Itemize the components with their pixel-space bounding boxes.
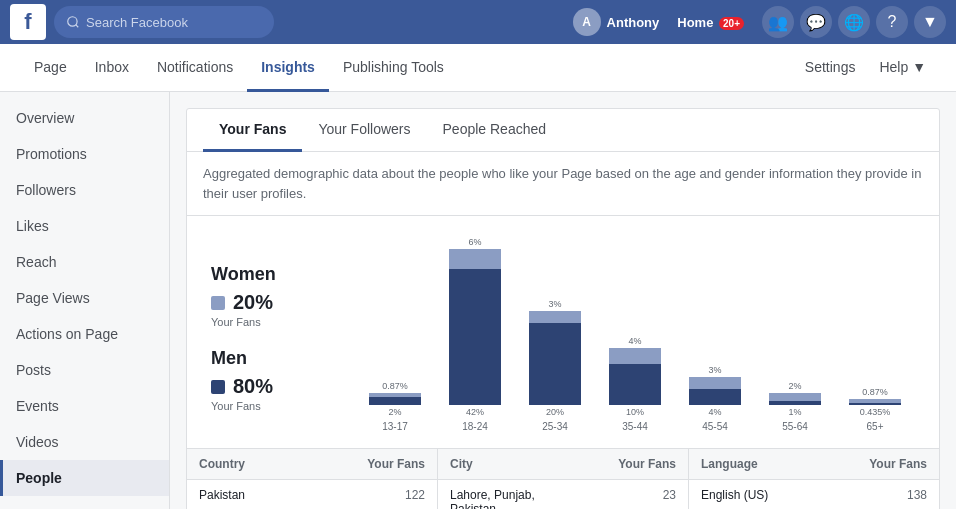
insights-card: Your Fans Your Followers People Reached … (186, 108, 940, 509)
svg-point-0 (68, 17, 77, 26)
chart-area: Women 20% Your Fans Men 80% (187, 216, 939, 432)
men-bar (849, 403, 901, 405)
women-bar-label: 3% (548, 299, 561, 309)
table-row: Lahore, Punjab, Pakistan 23 (438, 480, 688, 509)
men-legend: Men 80% Your Fans (211, 348, 331, 412)
help-icon[interactable]: ? (876, 6, 908, 38)
women-bar-label: 6% (468, 237, 481, 247)
women-fans-label: Your Fans (211, 316, 331, 328)
sidebar-item-followers[interactable]: Followers (0, 172, 169, 208)
sidebar-item-events[interactable]: Events (0, 388, 169, 424)
bar-group-45-54: 3% 4% 45-54 (675, 232, 755, 432)
women-bar (609, 348, 661, 364)
bar-group-18-24: 6% 42% 18-24 (435, 232, 515, 432)
age-range-label: 25-34 (542, 421, 568, 432)
men-bar (689, 389, 741, 405)
content-area: Your Fans Your Followers People Reached … (170, 92, 956, 509)
table-panel-country: Country Your Fans Pakistan 122 United St… (187, 449, 438, 509)
age-range-label: 55-64 (782, 421, 808, 432)
bar-group-25-34: 3% 20% 25-34 (515, 232, 595, 432)
tab-your-fans[interactable]: Your Fans (203, 109, 302, 152)
description-text: Aggregated demographic data about the pe… (187, 152, 939, 216)
table-cell-value: 138 (814, 488, 927, 502)
table-cell-value: 23 (563, 488, 676, 509)
sidebar-item-page-views[interactable]: Page Views (0, 280, 169, 316)
women-legend: Women 20% Your Fans (211, 264, 331, 328)
bar-group-55-64: 2% 1% 55-64 (755, 232, 835, 432)
top-nav: f A Anthony Home 20+ 👥 💬 🌐 ? ▼ (0, 0, 956, 44)
table-header: City Your Fans (438, 449, 688, 480)
table-col-2: Your Fans (563, 457, 676, 471)
women-label: Women (211, 264, 331, 285)
facebook-logo: f (10, 4, 46, 40)
table-col-1: Country (199, 457, 312, 471)
page-nav-help[interactable]: Help ▼ (869, 45, 936, 92)
women-bar-label: 0.87% (862, 387, 888, 397)
men-bar (449, 269, 501, 405)
men-swatch (211, 380, 225, 394)
table-cell-name: Lahore, Punjab, Pakistan (450, 488, 563, 509)
men-bar-label: 0.435% (860, 407, 891, 417)
search-input[interactable] (86, 15, 262, 30)
women-bar-label: 4% (628, 336, 641, 346)
sidebar-item-overview[interactable]: Overview (0, 100, 169, 136)
men-bar-label: 10% (626, 407, 644, 417)
home-link[interactable]: Home 20+ (677, 15, 744, 30)
women-bar (449, 249, 501, 269)
table-cell-value: 122 (312, 488, 425, 502)
svg-line-1 (76, 25, 79, 28)
sidebar-item-videos[interactable]: Videos (0, 424, 169, 460)
table-header: Country Your Fans (187, 449, 437, 480)
sidebar-item-likes[interactable]: Likes (0, 208, 169, 244)
sidebar-item-people[interactable]: People (0, 460, 169, 496)
age-range-label: 45-54 (702, 421, 728, 432)
avatar: A (573, 8, 601, 36)
tab-your-followers[interactable]: Your Followers (302, 109, 426, 152)
men-bar-label: 1% (788, 407, 801, 417)
sidebar-item-actions-on-page[interactable]: Actions on Page (0, 316, 169, 352)
search-icon (66, 15, 80, 29)
page-nav-settings[interactable]: Settings (795, 45, 866, 92)
table-cell-name: Pakistan (199, 488, 312, 502)
chart-wrapper: Women 20% Your Fans Men 80% (211, 232, 915, 432)
men-bar-label: 42% (466, 407, 484, 417)
sidebar-item-messages[interactable]: Messages (0, 496, 169, 509)
page-nav-notifications[interactable]: Notifications (143, 45, 247, 92)
table-cell-name: English (US) (701, 488, 814, 502)
men-bar-label: 2% (388, 407, 401, 417)
tab-people-reached[interactable]: People Reached (427, 109, 563, 152)
search-bar[interactable] (54, 6, 274, 38)
globe-icon[interactable]: 🌐 (838, 6, 870, 38)
age-range-label: 65+ (867, 421, 884, 432)
username: Anthony (607, 15, 660, 30)
chevron-down-icon[interactable]: ▼ (914, 6, 946, 38)
age-range-label: 35-44 (622, 421, 648, 432)
sidebar-item-reach[interactable]: Reach (0, 244, 169, 280)
user-profile[interactable]: A Anthony (573, 8, 660, 36)
table-col-2: Your Fans (312, 457, 425, 471)
women-bar-label: 3% (708, 365, 721, 375)
table-panel-language: Language Your Fans English (US) 138 Engl… (689, 449, 939, 509)
table-row: English (US) 138 (689, 480, 939, 509)
page-nav-insights[interactable]: Insights (247, 45, 329, 92)
table-col-2: Your Fans (814, 457, 927, 471)
page-nav-publishing-tools[interactable]: Publishing Tools (329, 45, 458, 92)
friends-icon[interactable]: 👥 (762, 6, 794, 38)
women-bar (769, 393, 821, 401)
age-range-label: 18-24 (462, 421, 488, 432)
table-header: Language Your Fans (689, 449, 939, 480)
women-bar (689, 377, 741, 389)
messenger-icon[interactable]: 💬 (800, 6, 832, 38)
page-nav-inbox[interactable]: Inbox (81, 45, 143, 92)
men-bar (769, 401, 821, 405)
women-bar (529, 311, 581, 323)
sidebar-item-promotions[interactable]: Promotions (0, 136, 169, 172)
sidebar-item-posts[interactable]: Posts (0, 352, 169, 388)
women-bar-label: 0.87% (382, 381, 408, 391)
page-nav-page[interactable]: Page (20, 45, 81, 92)
men-fans-label: Your Fans (211, 400, 331, 412)
men-bar (369, 397, 421, 405)
bar-group-35-44: 4% 10% 35-44 (595, 232, 675, 432)
data-tables: Country Your Fans Pakistan 122 United St… (187, 448, 939, 509)
table-col-1: Language (701, 457, 814, 471)
